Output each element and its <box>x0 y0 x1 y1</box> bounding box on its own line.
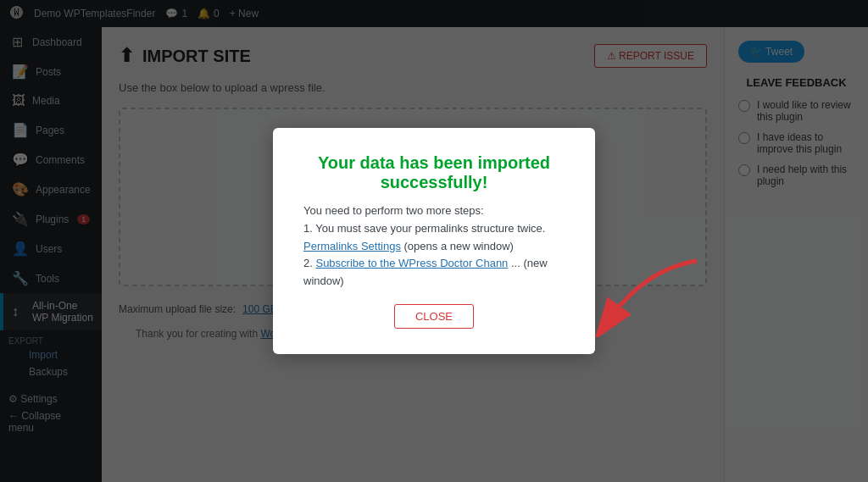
modal-close-button[interactable]: CLOSE <box>394 304 474 329</box>
modal-title: Your data has been imported successfully… <box>303 153 565 192</box>
modal-overlay[interactable]: Your data has been imported successfully… <box>0 0 868 482</box>
subscribe-link[interactable]: Subscribe to the WPress Doctor Chann <box>315 257 508 269</box>
success-modal: Your data has been imported successfully… <box>273 128 595 354</box>
permalinks-link[interactable]: Permalinks Settings <box>303 240 401 252</box>
modal-body: You need to perform two more steps: 1. Y… <box>303 202 565 291</box>
red-arrow-annotation <box>578 252 705 337</box>
